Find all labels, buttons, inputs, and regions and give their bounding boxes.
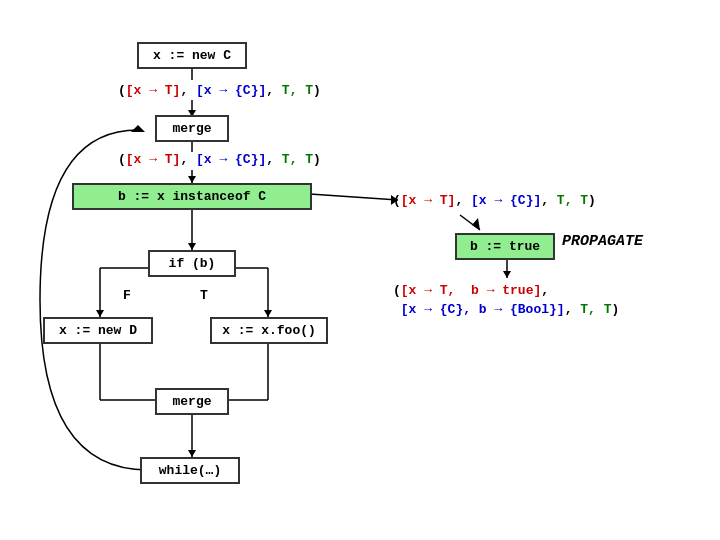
svg-marker-22: [188, 176, 196, 183]
x-foo-box: x := x.foo(): [210, 317, 328, 344]
while-box: while(…): [140, 457, 240, 484]
svg-marker-16: [503, 271, 511, 278]
if-b-label: if (b): [169, 256, 216, 271]
svg-marker-26: [188, 450, 196, 457]
annotation-4-line1: ([x → T, b → true],: [393, 283, 549, 298]
svg-marker-24: [96, 310, 104, 317]
b-instanceof-box: b := x instanceof C: [72, 183, 312, 210]
f-label: F: [123, 288, 131, 303]
flowchart-diagram: x := new C ([x → T], [x → {C}], T, T) me…: [0, 0, 720, 540]
x-new-d-box: x := new D: [43, 317, 153, 344]
svg-marker-23: [188, 243, 196, 250]
merge1-box: merge: [155, 115, 229, 142]
annotation-3: ([x → T], [x → {C}], T, T): [393, 193, 596, 208]
x-new-c-label: x := new C: [153, 48, 231, 63]
annotation-1: ([x → T], [x → {C}], T, T): [118, 83, 321, 98]
merge2-box: merge: [155, 388, 229, 415]
merge1-label: merge: [172, 121, 211, 136]
if-b-box: if (b): [148, 250, 236, 277]
while-label: while(…): [159, 463, 221, 478]
svg-marker-25: [264, 310, 272, 317]
annotation-2: ([x → T], [x → {C}], T, T): [118, 152, 321, 167]
annotation-4-line2: [x → {C}, b → {Bool}], T, T): [393, 302, 619, 317]
flow-lines: [0, 0, 720, 540]
b-true-label: b := true: [470, 239, 540, 254]
x-new-d-label: x := new D: [59, 323, 137, 338]
t-label: T: [200, 288, 208, 303]
svg-marker-14: [131, 125, 145, 132]
propagate-label: PROPAGATE: [562, 233, 643, 250]
b-instanceof-label: b := x instanceof C: [118, 189, 266, 204]
merge2-label: merge: [172, 394, 211, 409]
x-foo-label: x := x.foo(): [222, 323, 316, 338]
svg-line-19: [460, 215, 480, 230]
b-true-box: b := true: [455, 233, 555, 260]
x-new-c-box: x := new C: [137, 42, 247, 69]
svg-marker-20: [472, 218, 480, 230]
